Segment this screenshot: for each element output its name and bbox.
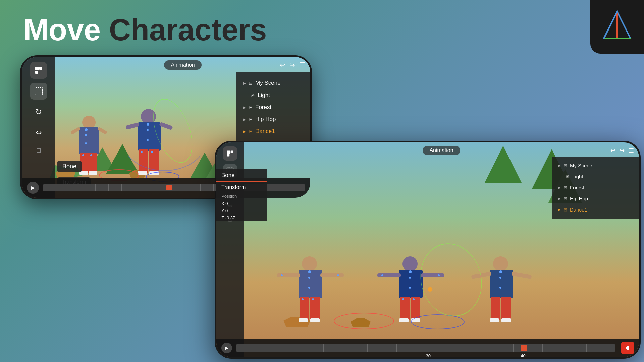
- svg-rect-8: [227, 150, 230, 154]
- svg-rect-6: [35, 71, 38, 74]
- phone1-top-bar: Animation ↩ ↪ ☰: [55, 60, 310, 70]
- svg-rect-10: [227, 154, 229, 157]
- phone2-record-btn[interactable]: ⏺: [621, 342, 634, 354]
- phone2-undo-icon[interactable]: ↩: [610, 147, 615, 154]
- phone1-select-icon[interactable]: [30, 83, 47, 100]
- phone2-scene-icon[interactable]: [223, 146, 237, 161]
- phone1-scene-item-hiphop[interactable]: ▶ ⊟ Hip Hop: [236, 113, 310, 125]
- phone1-scene-icon[interactable]: [30, 62, 47, 79]
- title-move: Move: [23, 13, 101, 47]
- phone2: ↻ ⇔ Bone Transform Position X 0 Y 0 Z -0…: [215, 141, 641, 359]
- phone1-undo-icon[interactable]: ↩: [280, 61, 285, 69]
- phone1-scene-item-forest[interactable]: ▶ ⊟ Forest: [236, 101, 310, 113]
- phone2-y-val: Y 0: [216, 207, 267, 214]
- phone2-transform-panel: Bone Transform Position X 0 Y 0 Z -0.37: [216, 169, 267, 221]
- phone2-scene-item-light[interactable]: ☀ Light: [552, 171, 639, 182]
- phone1-scene-item-dance[interactable]: ▶ ⊟ Dance1: [236, 125, 310, 137]
- phone2-transform-title: Transform: [216, 182, 267, 192]
- phone2-timeline-num40: 40: [521, 353, 525, 357]
- phone1-bone-label: Bone: [57, 161, 82, 172]
- phone1-redo-icon[interactable]: ↪: [289, 61, 295, 69]
- logo-container: [590, 0, 644, 54]
- phone2-redo-icon[interactable]: ↪: [620, 147, 625, 154]
- phone2-top-bar: Animation ↩ ↪ ☰: [244, 146, 639, 155]
- phone2-scene-item-hiphop[interactable]: ▶ ⊟ Hip Hop: [552, 193, 639, 204]
- phone1-scene-item-light[interactable]: ☀ Light: [236, 89, 310, 101]
- svg-rect-7: [35, 87, 42, 95]
- phone2-animation-label: Animation: [423, 146, 460, 155]
- phone1-scene-item-myscene[interactable]: ▶ ⊟ My Scene: [236, 77, 310, 89]
- phone1-timeline-marker[interactable]: [166, 185, 172, 190]
- phone1-play-btn[interactable]: ▶: [27, 182, 39, 194]
- svg-rect-4: [35, 67, 39, 70]
- phone1-left-panel: ↻ ⇔: [22, 57, 55, 198]
- phone1-animation-label: Animation: [164, 60, 201, 70]
- phone1-arrow-icon[interactable]: ⇔: [30, 124, 47, 141]
- svg-line-3: [604, 12, 617, 39]
- phone2-play-bar: ▶ 30 40 ⏺: [216, 339, 639, 357]
- phone1-menu-icon[interactable]: ☰: [299, 61, 305, 69]
- phone2-timeline[interactable]: 30 40: [236, 344, 615, 352]
- phone2-scene-item-forest[interactable]: ▶ ⊟ Forest: [552, 182, 639, 193]
- phone1-scene-panel: ▶ ⊟ My Scene ☀ Light ▶ ⊟ Forest ▶ ⊟ Hip …: [236, 72, 310, 142]
- phone2-x-val: X 0: [216, 200, 267, 207]
- phone2-screen: ↻ ⇔ Bone Transform Position X 0 Y 0 Z -0…: [216, 142, 639, 357]
- phone2-position-label: Position: [216, 192, 267, 200]
- phone2-play-btn[interactable]: ▶: [221, 343, 232, 353]
- phone2-z-val: Z -0.37: [216, 214, 267, 221]
- phone2-bone-label: Bone: [216, 169, 267, 181]
- phone2-scene-panel: ▶ ⊟ My Scene ☀ Light ▶ ⊟ Forest ▶ ⊟ Hip …: [552, 157, 639, 219]
- phone2-menu-icon[interactable]: ☰: [629, 147, 634, 154]
- phone2-scene-item-myscene[interactable]: ▶ ⊟ My Scene: [552, 160, 639, 171]
- phone2-scene-item-dance[interactable]: ▶ ⊟ Dance1: [552, 204, 639, 215]
- logo-icon: [600, 10, 634, 44]
- phone1-rotate-icon[interactable]: ↻: [30, 104, 47, 120]
- phone1: ↻ ⇔ Bone Transform Animation ↩ ↪ ☰: [20, 55, 312, 199]
- phone2-timeline-num30: 30: [426, 353, 431, 357]
- phone1-play-bar: ▶ 10: [22, 178, 310, 198]
- phone2-timeline-marker[interactable]: [521, 345, 527, 351]
- svg-rect-9: [231, 150, 233, 153]
- title-characters: Characters: [101, 13, 267, 47]
- svg-rect-5: [39, 67, 42, 70]
- main-title: Move Characters: [23, 13, 267, 47]
